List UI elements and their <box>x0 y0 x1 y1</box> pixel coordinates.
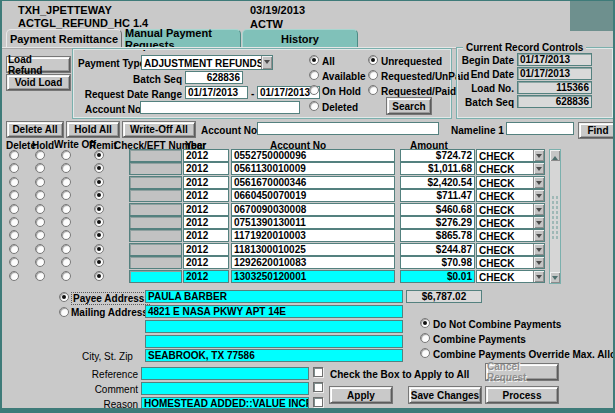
cancel-request-button[interactable]: Cancel Request <box>486 364 558 380</box>
delete-radio[interactable] <box>9 217 19 227</box>
chevron-down-icon[interactable] <box>261 56 272 69</box>
account-no-cell[interactable]: 0561670000346 <box>231 176 395 189</box>
payment-method-combo[interactable]: CHECK <box>476 203 545 216</box>
check-eft-cell[interactable] <box>129 229 182 242</box>
radio-icon[interactable] <box>368 70 378 80</box>
mailing-address-label[interactable]: Mailing Address: <box>71 307 151 318</box>
payment-method-combo[interactable]: CHECK <box>476 270 545 283</box>
remit-radio[interactable] <box>94 230 104 240</box>
mailing-address-radio[interactable] <box>59 307 69 317</box>
remit-radio[interactable] <box>94 244 104 254</box>
check-eft-cell[interactable] <box>129 203 182 216</box>
payment-method-combo[interactable]: CHECK <box>476 189 545 202</box>
nameline-input[interactable] <box>506 122 574 135</box>
amount-cell[interactable]: $244.87 <box>400 243 475 256</box>
scroll-up-icon[interactable] <box>550 150 560 161</box>
delete-radio[interactable] <box>9 244 19 254</box>
payment-type-dropdown[interactable]: ADJUSTMENT REFUNDS <box>141 55 273 70</box>
radio-icon[interactable] <box>420 333 430 343</box>
year-cell[interactable]: 2012 <box>183 189 229 202</box>
radio-icon[interactable] <box>368 55 378 65</box>
account-no-cell[interactable]: 1303250120001 <box>231 270 395 283</box>
check-eft-cell[interactable] <box>129 256 182 269</box>
payment-method-combo[interactable]: CHECK <box>476 229 545 242</box>
delete-radio[interactable] <box>9 190 19 200</box>
payee-address-radio[interactable] <box>59 292 69 302</box>
account-no-cell[interactable]: 0552750000096 <box>231 149 395 162</box>
hold-radio[interactable] <box>35 204 45 214</box>
hold-radio[interactable] <box>35 271 45 281</box>
writeoff-radio[interactable] <box>61 230 71 240</box>
amount-cell[interactable]: $1,011.68 <box>400 162 475 175</box>
batch-seq-field[interactable]: 628836 <box>185 71 243 84</box>
check-eft-cell[interactable] <box>129 216 182 229</box>
remit-radio[interactable] <box>94 150 104 160</box>
year-cell[interactable]: 2012 <box>183 216 229 229</box>
radio-icon[interactable] <box>420 318 430 328</box>
year-cell[interactable]: 2012 <box>183 176 229 189</box>
writeoff-radio[interactable] <box>61 271 71 281</box>
radio-option[interactable]: Do Not Combine Payments <box>420 318 615 330</box>
year-cell[interactable]: 2012 <box>183 203 229 216</box>
tab[interactable]: History <box>242 29 358 47</box>
scrollbar-track[interactable] <box>551 195 559 240</box>
reference-apply-checkbox[interactable] <box>313 367 323 377</box>
hold-radio[interactable] <box>35 244 45 254</box>
writeoff-radio[interactable] <box>61 217 71 227</box>
amount-cell[interactable]: $276.29 <box>400 216 475 229</box>
year-cell[interactable]: 2012 <box>183 229 229 242</box>
search-button[interactable]: Search <box>387 98 431 114</box>
payment-method-combo[interactable]: CHECK <box>476 149 545 162</box>
radio-icon[interactable] <box>420 348 430 358</box>
radio-icon[interactable] <box>309 101 319 111</box>
writeoff-radio[interactable] <box>61 150 71 160</box>
writeoff-radio[interactable] <box>61 204 71 214</box>
save-changes-button[interactable]: Save Changes <box>409 387 481 403</box>
comment-apply-checkbox[interactable] <box>313 382 323 392</box>
chevron-down-icon[interactable] <box>533 177 544 188</box>
amount-cell[interactable]: $70.98 <box>400 256 475 269</box>
hold-radio[interactable] <box>35 217 45 227</box>
find-button[interactable]: Find <box>579 123 615 138</box>
date-from-field[interactable]: 01/17/2013 <box>185 86 248 99</box>
remit-radio[interactable] <box>94 217 104 227</box>
address-line1-field[interactable]: 4821 E NASA PKWY APT 14E <box>145 305 403 318</box>
amount-cell[interactable]: $2,420.54 <box>400 176 475 189</box>
radio-icon[interactable] <box>368 85 378 95</box>
amount-cell[interactable]: $724.72 <box>400 149 475 162</box>
account-no-cell[interactable]: 1171920010003 <box>231 229 395 242</box>
chevron-down-icon[interactable] <box>533 190 544 201</box>
amount-cell[interactable]: $460.68 <box>400 203 475 216</box>
check-eft-cell[interactable] <box>129 162 182 175</box>
remit-radio[interactable] <box>94 271 104 281</box>
delete-radio[interactable] <box>9 177 19 187</box>
writeoff-radio[interactable] <box>61 177 71 187</box>
year-cell[interactable]: 2012 <box>183 149 229 162</box>
chevron-down-icon[interactable] <box>533 217 544 228</box>
chevron-down-icon[interactable] <box>533 150 544 161</box>
delete-radio[interactable] <box>9 204 19 214</box>
hold-radio[interactable] <box>35 163 45 173</box>
search-account-no-input[interactable] <box>140 101 300 114</box>
tab[interactable]: Manual Payment Requests <box>124 29 241 47</box>
year-cell[interactable]: 2012 <box>183 270 229 283</box>
writeoff-radio[interactable] <box>61 244 71 254</box>
year-cell[interactable]: 2012 <box>183 162 229 175</box>
writeoff-radio[interactable] <box>61 257 71 267</box>
check-eft-cell[interactable] <box>129 270 182 283</box>
address-line2-field[interactable] <box>145 320 403 333</box>
radio-icon[interactable] <box>309 55 319 65</box>
payment-method-combo[interactable]: CHECK <box>476 162 545 175</box>
payee-address-label[interactable]: Payee Address: <box>71 292 150 305</box>
tab[interactable]: Payment Remittance <box>6 29 122 47</box>
reason-apply-checkbox[interactable] <box>313 397 323 407</box>
account-no-cell[interactable]: 0670090030008 <box>231 203 395 216</box>
hold-radio[interactable] <box>35 177 45 187</box>
payment-method-combo[interactable]: CHECK <box>476 256 545 269</box>
chevron-down-icon[interactable] <box>533 257 544 268</box>
remit-radio[interactable] <box>94 163 104 173</box>
amount-cell[interactable]: $711.47 <box>400 189 475 202</box>
chevron-down-icon[interactable] <box>533 204 544 215</box>
chevron-down-icon[interactable] <box>533 271 544 282</box>
remit-radio[interactable] <box>94 257 104 267</box>
